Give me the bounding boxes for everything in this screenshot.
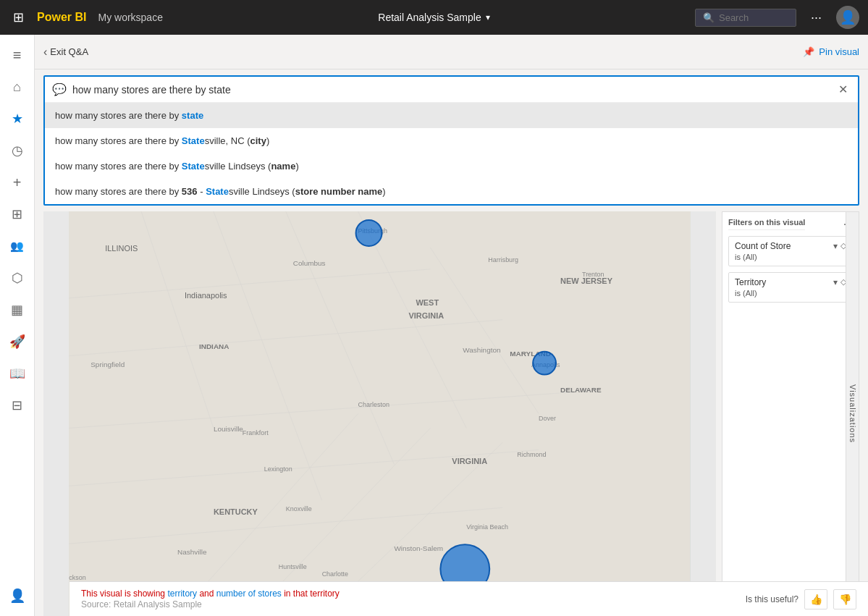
bottom-info: This visual is showing territory and num… (81, 588, 740, 609)
svg-text:Harrisburg: Harrisburg (488, 256, 518, 263)
back-chevron-icon: ‹ (43, 46, 47, 59)
filter-count-header: Count of Store ▾ ◇ (735, 241, 846, 251)
qa-clear-icon[interactable]: ✕ (835, 81, 851, 98)
svg-text:Virginia Beach: Virginia Beach (466, 523, 508, 531)
qa-suggestions-dropdown: how many stores are there by state how m… (45, 102, 858, 204)
filters-panel: Filters on this visual ··· Count of Stor… (722, 211, 859, 616)
filter-count-chevron-icon[interactable]: ▾ (833, 241, 838, 251)
map-container[interactable]: ILLINOIS Indianapolis INDIANA Springfiel… (43, 211, 716, 616)
svg-point-63 (533, 352, 556, 375)
sidebar-item-learn[interactable]: 📖 (3, 359, 32, 388)
main-content: 💬 ✕ how many stores are there by state h… (35, 69, 868, 616)
svg-text:WEST: WEST (416, 298, 439, 307)
sidebar-item-shared[interactable]: 👥 (3, 232, 32, 261)
svg-text:DELAWARE: DELAWARE (560, 386, 602, 394)
bottom-info-prefix: This visual is showing (81, 588, 167, 599)
sidebar-item-deployment[interactable]: 🚀 (3, 327, 32, 356)
svg-point-62 (356, 220, 382, 246)
avatar[interactable]: 👤 (836, 6, 859, 29)
bottom-info-stores: number of stores (216, 588, 282, 599)
sidebar-item-home[interactable]: ⌂ (3, 72, 32, 101)
sidebar-item-apps[interactable]: ⊞ (3, 200, 32, 229)
filter-territory-value: is (All) (735, 289, 846, 298)
nav-right: 🔍 ··· 👤 (695, 6, 859, 29)
svg-text:Huntsville: Huntsville (279, 563, 307, 570)
qa-chat-icon: 💬 (52, 83, 67, 96)
svg-text:Dover: Dover (539, 415, 556, 422)
svg-text:Charleston: Charleston (358, 401, 389, 408)
qa-suggestion-0[interactable]: how many stores are there by state (45, 103, 858, 128)
top-nav: ⊞ Power BI My workspace Retail Analysis … (0, 0, 868, 35)
nav-search-box[interactable]: 🔍 (695, 9, 796, 27)
exit-qa-label: Exit Q&A (50, 46, 88, 57)
svg-text:KENTUCKY: KENTUCKY (214, 507, 258, 516)
bottom-useful: Is this useful? 👍 👎 (746, 589, 856, 609)
avatar-icon: 👤 (840, 9, 856, 25)
svg-text:Nashville: Nashville (177, 548, 207, 556)
bottom-info-suffix: in that territory (282, 588, 340, 599)
sidebar-item-create[interactable]: + (3, 168, 32, 197)
visualizations-tab[interactable]: Visualizations (846, 212, 859, 615)
bottom-info-line2: Source: Retail Analysis Sample (81, 599, 740, 609)
bottom-info-line1: This visual is showing territory and num… (81, 588, 740, 599)
svg-text:ILLINOIS: ILLINOIS (105, 244, 138, 253)
sidebar-item-workspaces[interactable]: ▦ (3, 295, 32, 324)
title-chevron-icon[interactable]: ▾ (486, 12, 490, 22)
nav-title-center: Retail Analysis Sample ▾ (378, 12, 489, 23)
sidebar-item-metrics[interactable]: ⬡ (3, 263, 32, 292)
filter-count-controls: ▾ ◇ (833, 241, 846, 251)
nav-more-button[interactable]: ··· (805, 7, 827, 28)
sidebar-item-favorites[interactable]: ★ (3, 104, 32, 133)
qa-search-container: 💬 ✕ how many stores are there by state h… (43, 75, 859, 206)
thumbs-up-button[interactable]: 👍 (804, 589, 827, 609)
qa-search-row: 💬 ✕ (45, 77, 858, 102)
viz-tab-label: Visualizations (848, 384, 857, 443)
bottom-info-middle: and (197, 588, 216, 599)
svg-text:Springfield: Springfield (90, 360, 125, 368)
bottom-bar: This visual is showing territory and num… (69, 581, 868, 616)
bottom-info-territory: territory (167, 588, 197, 599)
svg-text:Trenton: Trenton (582, 271, 604, 278)
filter-count-value: is (All) (735, 253, 846, 261)
svg-text:Frankfort: Frankfort (243, 429, 269, 436)
map-svg: ILLINOIS Indianapolis INDIANA Springfiel… (43, 211, 716, 616)
svg-text:Charlotte: Charlotte (322, 570, 348, 578)
svg-text:Louisville: Louisville (214, 425, 243, 433)
sidebar-hamburger[interactable]: ≡ (3, 41, 32, 69)
filters-title: Filters on this visual (728, 218, 805, 230)
map-filters-row: ILLINOIS Indianapolis INDIANA Springfiel… (43, 211, 859, 616)
useful-label: Is this useful? (746, 594, 799, 604)
workspace-label[interactable]: My workspace (98, 12, 162, 23)
svg-text:VIRGINIA: VIRGINIA (408, 311, 444, 320)
filter-territory-chevron-icon[interactable]: ▾ (833, 277, 838, 287)
thumbs-down-button[interactable]: 👎 (833, 589, 856, 609)
nav-search-icon: 🔍 (703, 12, 715, 23)
qa-suggestion-2[interactable]: how many stores are there by Statesville… (45, 153, 858, 179)
filter-count-of-store[interactable]: Count of Store ▾ ◇ is (All) (728, 236, 853, 266)
report-title[interactable]: Retail Analysis Sample (378, 12, 481, 23)
qa-suggestion-3[interactable]: how many stores are there by 536 - State… (45, 179, 858, 204)
qa-toolbar: ‹ Exit Q&A 📌 Pin visual (35, 35, 868, 69)
svg-text:Columbus: Columbus (293, 259, 326, 267)
svg-text:Richmond: Richmond (517, 451, 546, 458)
qa-suggestion-1[interactable]: how many stores are there by Statesville… (45, 128, 858, 153)
app-logo: Power BI (37, 11, 86, 24)
svg-text:ckson: ckson (69, 574, 85, 581)
svg-text:VIRGINIA: VIRGINIA (452, 457, 487, 465)
grid-icon[interactable]: ⊞ (9, 5, 28, 30)
exit-qa-button[interactable]: ‹ Exit Q&A (43, 46, 88, 59)
pin-label: Pin visual (819, 46, 859, 57)
nav-search-input[interactable] (719, 12, 788, 23)
filter-territory[interactable]: Territory ▾ ◇ is (All) (728, 272, 853, 303)
pin-visual-button[interactable]: 📌 Pin visual (803, 46, 859, 57)
sidebar-item-recent[interactable]: ◷ (3, 136, 32, 165)
svg-text:Washington: Washington (463, 346, 500, 354)
qa-search-input[interactable] (72, 84, 830, 96)
svg-text:Winston-Salem: Winston-Salem (394, 544, 443, 552)
sidebar-item-profile[interactable]: 👤 (3, 581, 32, 610)
svg-text:Lexington: Lexington (264, 465, 292, 473)
sidebar-item-datahub[interactable]: ⊟ (3, 391, 32, 420)
left-sidebar: ≡ ⌂ ★ ◷ + ⊞ 👥 ⬡ ▦ 🚀 📖 ⊟ 👤 (0, 35, 35, 616)
svg-text:Knoxville: Knoxville (286, 505, 312, 512)
filter-territory-name: Territory (735, 277, 766, 287)
